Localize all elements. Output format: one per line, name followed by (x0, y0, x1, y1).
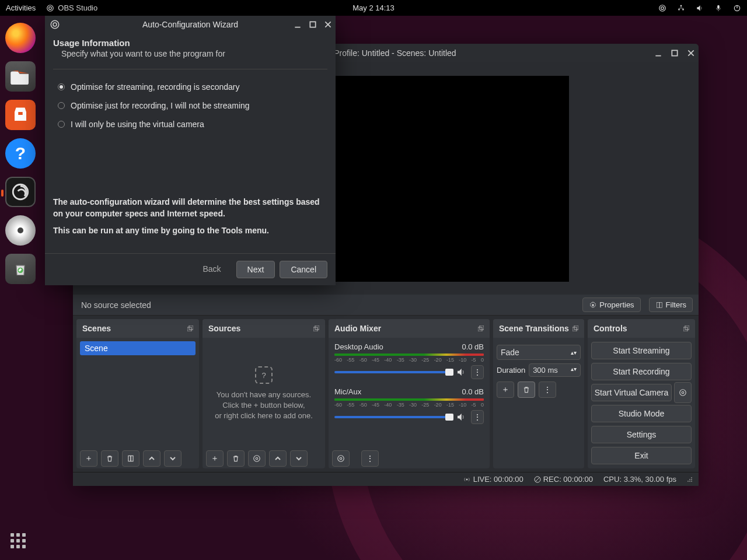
mic-icon[interactable] (714, 4, 722, 12)
rec-status: REC: 00:00:00 (534, 475, 593, 484)
transition-add-button[interactable]: ＋ (497, 382, 514, 398)
popout-icon[interactable] (573, 326, 578, 331)
filters-button[interactable]: Filters (649, 298, 693, 312)
svg-point-44 (687, 481, 689, 482)
track-menu-button[interactable]: ⋮ (471, 365, 484, 379)
scene-item[interactable]: Scene (80, 341, 196, 355)
mixer-settings-button[interactable] (332, 450, 350, 467)
source-up-button[interactable] (269, 450, 287, 467)
svg-rect-14 (672, 50, 677, 55)
svg-point-46 (691, 477, 692, 478)
source-add-button[interactable]: ＋ (206, 450, 224, 467)
auto-config-wizard: Auto-Configuration Wizard Usage Informat… (45, 16, 336, 285)
properties-button[interactable]: Properties (582, 298, 640, 312)
settings-button[interactable]: Settings (591, 426, 692, 443)
minimize-icon[interactable] (294, 20, 302, 29)
show-applications[interactable] (11, 533, 30, 553)
close-icon[interactable] (687, 49, 695, 57)
resize-grip-icon[interactable] (687, 477, 693, 482)
start-recording-button[interactable]: Start Recording (591, 363, 692, 380)
meter (334, 398, 484, 401)
scene-down-button[interactable] (164, 450, 181, 467)
start-streaming-button[interactable]: Start Streaming (591, 342, 692, 359)
svg-point-30 (340, 457, 342, 460)
unknown-icon: ? (255, 366, 273, 384)
scene-up-button[interactable] (143, 450, 160, 467)
power-icon[interactable] (733, 4, 741, 12)
radio-icon (58, 83, 65, 90)
radio-virtual-camera[interactable]: I will only be using the virtual camera (58, 120, 323, 129)
cancel-button[interactable]: Cancel (280, 261, 327, 278)
svg-rect-7 (717, 5, 720, 8)
source-toolbar: No source selected Properties Filters (73, 295, 699, 316)
controls-title: Controls (594, 324, 627, 333)
clock[interactable]: May 2 14:13 (352, 4, 395, 12)
dock-obs[interactable] (5, 177, 36, 207)
source-settings-button[interactable] (248, 450, 266, 467)
svg-point-48 (53, 23, 57, 26)
sources-empty[interactable]: ? You don't have any sources. Click the … (205, 340, 323, 446)
volume-slider[interactable] (334, 416, 451, 418)
gear-icon (589, 301, 597, 309)
svg-rect-23 (131, 456, 133, 461)
studio-mode-button[interactable]: Studio Mode (591, 405, 692, 422)
scene-remove-button[interactable] (101, 450, 118, 467)
scene-filter-button[interactable] (122, 450, 139, 467)
volume-slider[interactable] (334, 371, 451, 373)
svg-line-40 (535, 477, 540, 482)
meter-ticks: -60-55-50-45-40-35-30-25-20-15-10-50 (334, 402, 484, 408)
cpu-status: CPU: 3.3%, 30.00 fps (603, 475, 676, 484)
controls-panel: Controls Start Streaming Start Recording… (588, 319, 695, 468)
radio-streaming[interactable]: Optimise for streaming, recording is sec… (58, 82, 323, 92)
track-menu-button[interactable]: ⋮ (471, 410, 484, 424)
source-down-button[interactable] (290, 450, 308, 467)
wizard-note-2: This can be run at any time by going to … (53, 225, 327, 237)
dock-trash[interactable] (5, 254, 36, 284)
activities-button[interactable]: Activities (6, 4, 36, 12)
minimize-icon[interactable] (654, 49, 662, 57)
topbar-app[interactable]: OBS Studio (46, 4, 97, 12)
mixer-track-mic: Mic/Aux0.0 dB -60-55-50-45-40-35-30-25-2… (334, 387, 484, 424)
radio-recording[interactable]: Optimise just for recording, I will not … (58, 101, 323, 110)
volume-icon[interactable] (696, 4, 704, 12)
transition-select[interactable]: Fade ▴▾ (497, 345, 581, 360)
transition-remove-button[interactable] (518, 382, 535, 398)
svg-rect-50 (310, 22, 315, 27)
scene-add-button[interactable]: ＋ (80, 450, 97, 467)
popout-icon[interactable] (683, 326, 689, 331)
popout-icon[interactable] (478, 326, 484, 331)
obs-tray-icon[interactable] (658, 4, 666, 12)
dock-software[interactable] (5, 100, 36, 130)
dock-files[interactable] (5, 61, 36, 92)
svg-point-26 (256, 457, 258, 460)
popout-icon[interactable] (313, 326, 319, 331)
network-icon[interactable] (677, 4, 685, 12)
wizard-note-1: The auto-configuration wizard will deter… (53, 197, 327, 219)
obs-icon (46, 4, 54, 12)
dock-help[interactable]: ? (5, 138, 36, 169)
svg-rect-19 (659, 302, 662, 307)
topbar-app-name: OBS Studio (58, 4, 97, 12)
dock-firefox[interactable] (5, 23, 36, 53)
sources-panel: Sources ? You don't have any sources. Cl… (203, 319, 325, 468)
maximize-icon[interactable] (671, 49, 679, 57)
back-button[interactable]: Back (192, 261, 231, 278)
radio-icon (58, 121, 65, 128)
popout-icon[interactable] (187, 326, 193, 331)
duration-input[interactable]: 300 ms ▴▾ (529, 363, 581, 377)
virtual-cam-settings-button[interactable] (674, 382, 692, 403)
next-button[interactable]: Next (236, 261, 275, 278)
speaker-icon[interactable] (456, 412, 466, 422)
exit-button[interactable]: Exit (591, 447, 692, 464)
scenes-title: Scenes (82, 324, 111, 333)
source-remove-button[interactable] (227, 450, 245, 467)
close-icon[interactable] (324, 20, 332, 29)
start-virtual-camera-button[interactable]: Start Virtual Camera (591, 384, 672, 401)
transition-menu-button[interactable]: ⋮ (539, 382, 556, 398)
mixer-menu-button[interactable]: ⋮ (361, 450, 379, 467)
maximize-icon[interactable] (309, 20, 317, 29)
dock-disc[interactable] (5, 215, 36, 246)
svg-point-43 (691, 479, 692, 480)
speaker-icon[interactable] (456, 367, 466, 377)
scenes-panel: Scenes Scene ＋ (76, 319, 199, 468)
